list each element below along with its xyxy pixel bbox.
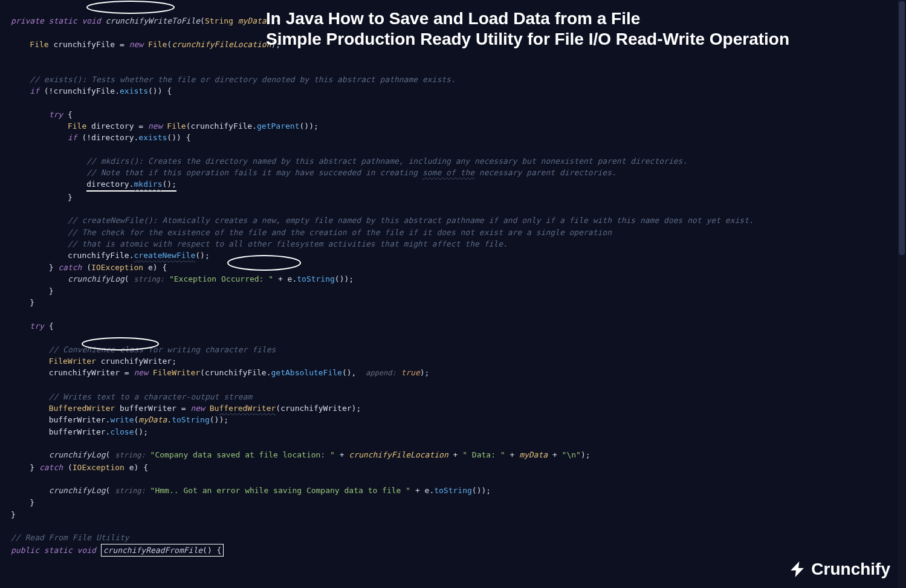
article-title: In Java How to Save and Load Data from a…: [266, 8, 882, 50]
comment-read-util: // Read From File Utility: [11, 533, 129, 542]
param-type: String: [205, 16, 233, 25]
var-crunchifyFile: crunchifyFile: [53, 40, 115, 49]
comment-writes: // Writes text to a character-output str…: [49, 392, 253, 401]
ctor-file: File: [148, 40, 167, 49]
type-file: File: [30, 40, 48, 49]
logo-text: Crunchify: [811, 563, 890, 575]
keyword-catch: catch: [58, 263, 82, 272]
scrollbar[interactable]: [898, 0, 906, 588]
comment-mkdirs1: // mkdirs(): Creates the directory named…: [86, 157, 687, 166]
comment-createNew2: // The check for the existence of the fi…: [68, 228, 612, 237]
comment-createNew3: // that is atomic with respect to all ot…: [68, 239, 508, 248]
comment-exists: // exists(): Tests whether the file or d…: [30, 75, 455, 84]
param-name: myData: [238, 16, 267, 25]
comment-mkdirs2b: some of the: [422, 168, 474, 177]
keyword-try: try: [49, 110, 63, 119]
comment-mkdirs2c: necessary parent directories.: [474, 168, 616, 177]
title-line1: In Java How to Save and Load Data from a…: [266, 8, 882, 29]
arg-fileLocation: crunchifyFileLocation: [172, 40, 271, 49]
code-block: private static void crunchifyWriteToFile…: [0, 0, 906, 560]
logo-icon: [787, 559, 807, 580]
comment-convenience: // Convenience class for writing charact…: [49, 345, 276, 354]
public-modifiers: public static void: [11, 546, 96, 555]
comment-createNew1: // createNewFile(): Atomically creates a…: [68, 216, 754, 225]
method-name-write: crunchifyWriteToFile: [106, 16, 201, 25]
comment-mkdirs2a: // Note that if this operation fails it …: [86, 168, 422, 177]
scrollbar-thumb[interactable]: [899, 1, 905, 255]
brand-logo: Crunchify: [787, 559, 890, 580]
keyword-new: new: [129, 40, 143, 49]
modifier-keywords: private static void: [11, 16, 101, 25]
method-name-read: crunchifyReadFromFile: [103, 546, 202, 555]
keyword-if: if: [30, 86, 39, 95]
title-line2: Simple Production Ready Utility for File…: [266, 29, 882, 50]
